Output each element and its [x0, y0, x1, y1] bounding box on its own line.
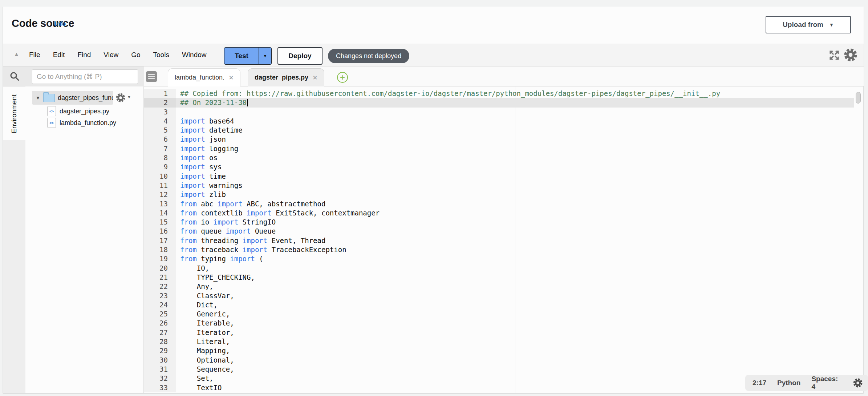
code-line-text[interactable]: import json: [176, 135, 854, 144]
code-line-text[interactable]: Literal,: [176, 337, 854, 346]
tab-dagster_pipes-py[interactable]: dagster_pipes.py×: [248, 68, 324, 86]
code-line-text[interactable]: from threading import Event, Thread: [176, 236, 854, 245]
code-line-text[interactable]: ClassVar,: [176, 291, 854, 300]
status-settings-gear-icon[interactable]: [853, 377, 863, 388]
code-line-text[interactable]: import zlib: [176, 190, 854, 199]
line-number: 1: [144, 89, 176, 98]
code-row: 1## Copied from: https://raw.githubuserc…: [144, 89, 854, 98]
code-row: 21 TYPE_CHECKING,: [144, 273, 854, 282]
menu-edit[interactable]: Edit: [52, 49, 66, 60]
vertical-scrollbar-thumb[interactable]: [856, 92, 861, 104]
code-line-text[interactable]: from traceback import TracebackException: [176, 245, 854, 254]
collapse-menubar-icon[interactable]: ▲: [14, 51, 19, 57]
upload-from-button[interactable]: Upload from ▼: [766, 16, 851, 33]
code-row: 17from threading import Event, Thread: [144, 236, 854, 245]
add-tab-icon[interactable]: +: [337, 72, 348, 83]
code-line-text[interactable]: import logging: [176, 144, 854, 153]
code-line-text[interactable]: Dict,: [176, 300, 854, 310]
code-row: 7import logging: [144, 144, 854, 153]
line-number: 20: [144, 264, 176, 273]
upload-from-label: Upload from: [783, 21, 823, 29]
code-line-text[interactable]: import datetime: [176, 126, 854, 135]
goto-anything-input[interactable]: [32, 69, 138, 84]
tree-file-list: <>dagster_pipes.py<>lambda_function.py: [25, 105, 144, 129]
folder-disclosure-icon[interactable]: ▼: [36, 95, 40, 101]
code-line-text[interactable]: Iterator,: [176, 328, 854, 337]
test-button[interactable]: Test: [224, 48, 259, 64]
code-line-text[interactable]: from queue import Queue: [176, 227, 854, 236]
code-row: 2## On 2023-11-30: [144, 98, 854, 107]
tab-close-icon[interactable]: ×: [313, 73, 317, 82]
environment-panel-tab[interactable]: Environment: [3, 87, 25, 140]
code-line-text[interactable]: Generic,: [176, 310, 854, 319]
code-line-text[interactable]: import base64: [176, 117, 854, 126]
code-line-text[interactable]: import sys: [176, 162, 854, 171]
line-number: 23: [144, 291, 176, 300]
line-number: 12: [144, 190, 176, 199]
cursor-position[interactable]: 2:17: [753, 379, 766, 387]
tree-folder-row[interactable]: ▼ dagster_pipes_funct: [32, 91, 113, 105]
settings-gear-icon[interactable]: [843, 48, 858, 62]
line-number: 33: [144, 383, 176, 392]
deploy-button[interactable]: Deploy: [277, 47, 323, 65]
code-line-text[interactable]: from contextlib import ExitStack, contex…: [176, 209, 854, 218]
tab-size[interactable]: Spaces: 4: [811, 375, 841, 391]
code-line-text[interactable]: ## On 2023-11-30: [176, 98, 854, 107]
code-row: 8import os: [144, 153, 854, 162]
menu-tools[interactable]: Tools: [153, 49, 170, 60]
editor-statusbar: 2:17 Python Spaces: 4: [745, 375, 868, 391]
menu-file[interactable]: File: [28, 49, 41, 60]
language-mode[interactable]: Python: [777, 379, 800, 387]
line-number: 9: [144, 162, 176, 171]
code-line-text[interactable]: IO,: [176, 264, 854, 273]
tree-settings-gear-icon[interactable]: [115, 93, 126, 103]
line-number: 29: [144, 346, 176, 355]
code-row: 14from contextlib import ExitStack, cont…: [144, 209, 854, 218]
code-line-text[interactable]: [176, 108, 854, 117]
menu-go[interactable]: Go: [130, 49, 141, 60]
line-number: 15: [144, 218, 176, 227]
code-line-text[interactable]: Optional,: [176, 356, 854, 365]
code-line-text[interactable]: from io import StringIO: [176, 218, 854, 227]
code-line-text[interactable]: import warnings: [176, 181, 854, 190]
code-line-text[interactable]: Mapping,: [176, 346, 854, 355]
tab-list-icon[interactable]: [146, 71, 157, 82]
code-row: 22 Any,: [144, 282, 854, 291]
line-number: 26: [144, 319, 176, 328]
test-dropdown-button[interactable]: ▼: [259, 48, 271, 64]
line-number: 28: [144, 337, 176, 346]
tab-lambda_function-[interactable]: lambda_function.×: [168, 68, 240, 86]
code-row: 18from traceback import TracebackExcepti…: [144, 245, 854, 254]
tree-file-row[interactable]: <>lambda_function.py: [25, 117, 144, 129]
tab-close-icon[interactable]: ×: [229, 73, 234, 82]
code-row: 28 Literal,: [144, 337, 854, 346]
chevron-down-icon: ▼: [829, 22, 834, 28]
code-line-text[interactable]: TYPE_CHECKING,: [176, 273, 854, 282]
menu-find[interactable]: Find: [77, 49, 92, 60]
code-line-text[interactable]: Iterable,: [176, 319, 854, 328]
search-icon[interactable]: [9, 71, 20, 81]
menu-window[interactable]: Window: [181, 49, 207, 60]
code-lines: 1## Copied from: https://raw.githubuserc…: [144, 89, 854, 392]
code-row: 13from abc import ABC, abstractmethod: [144, 199, 854, 209]
info-link[interactable]: Info: [54, 20, 66, 28]
line-number: 2: [144, 98, 176, 107]
chevron-down-icon[interactable]: ▼: [127, 95, 131, 99]
code-line-text[interactable]: import os: [176, 153, 854, 162]
code-line-text[interactable]: Any,: [176, 282, 854, 291]
line-number: 32: [144, 374, 176, 383]
menu-view[interactable]: View: [103, 49, 119, 60]
code-line-text[interactable]: import time: [176, 172, 854, 181]
file-label: dagster_pipes.py: [60, 108, 109, 115]
tree-file-row[interactable]: <>dagster_pipes.py: [25, 105, 144, 117]
code-line-text[interactable]: from abc import ABC, abstractmethod: [176, 199, 854, 209]
code-row: 15from io import StringIO: [144, 218, 854, 227]
fullscreen-icon[interactable]: [828, 49, 840, 61]
code-row: 16from queue import Queue: [144, 227, 854, 236]
file-tree-panel: [25, 86, 144, 393]
card-header: [3, 7, 864, 44]
line-number: 21: [144, 273, 176, 282]
code-line-text[interactable]: Sequence,: [176, 365, 854, 374]
code-line-text[interactable]: ## Copied from: https://raw.githubuserco…: [176, 89, 854, 98]
code-line-text[interactable]: from typing import (: [176, 254, 854, 263]
